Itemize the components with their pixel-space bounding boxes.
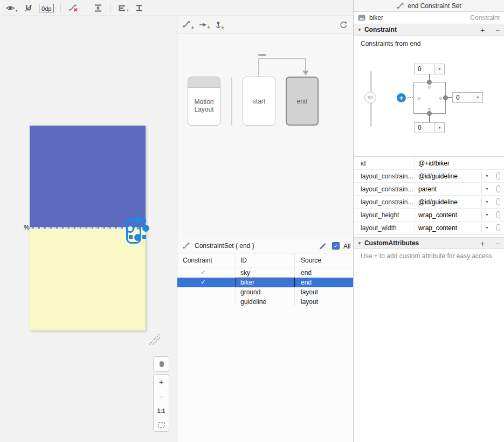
custom-attributes-hint: Use + to add custom attribute for easy a…	[361, 252, 492, 260]
flag-icon[interactable]	[496, 198, 500, 205]
guidelines-button[interactable]	[134, 3, 144, 13]
pencil-icon	[319, 242, 327, 250]
toolbar-separator	[60, 3, 61, 13]
add-start-constraint-button[interactable]: +	[397, 93, 406, 102]
remove-custom-attribute-button[interactable]: −	[495, 239, 500, 248]
attributes-panel-title: end Constraint Set	[408, 2, 461, 10]
dropdown-arrow-icon[interactable]: ▼	[485, 213, 489, 217]
property-row-layout-width[interactable]: layout_width wrap_content ▼	[354, 222, 504, 234]
view-options-button[interactable]: ▾	[4, 3, 18, 13]
selected-component-row[interactable]: biker Constraint	[354, 12, 504, 24]
properties-table: id @+id/biker layout_constrain... @id/gu…	[354, 156, 504, 234]
top-margin-combo[interactable]: 0 ▼	[414, 64, 445, 74]
pan-button[interactable]	[153, 356, 169, 372]
flag-icon[interactable]	[496, 185, 500, 192]
dropdown-arrow-icon[interactable]: ▼	[434, 123, 444, 133]
dropdown-arrow-icon[interactable]: ▼	[434, 64, 444, 74]
zoom-fit-button[interactable]	[158, 422, 165, 428]
property-value[interactable]: wrap_content	[418, 211, 457, 219]
property-value[interactable]: @id/guideline	[418, 172, 458, 180]
clear-constraints-button[interactable]	[67, 2, 79, 13]
property-name: id	[361, 160, 365, 167]
remove-constraint-button[interactable]: −	[495, 26, 500, 34]
top-anchor[interactable]	[427, 80, 432, 85]
flag-icon[interactable]	[496, 211, 500, 218]
align-button[interactable]: ▾	[117, 3, 129, 13]
end-margin-value[interactable]: 0	[453, 93, 473, 102]
top-constraint-anchor[interactable]	[134, 216, 141, 223]
create-click-handler-button[interactable]: +	[199, 22, 208, 28]
resize-handle-bottom-left[interactable]	[129, 235, 133, 239]
property-value[interactable]: @+id/biker	[418, 160, 450, 167]
flag-icon[interactable]	[496, 224, 500, 231]
autoconnect-toggle-button[interactable]	[23, 3, 34, 13]
create-transition-button[interactable]: +	[182, 20, 191, 29]
default-margins-button[interactable]: 0dp	[39, 4, 54, 12]
zoom-out-button[interactable]: −	[159, 393, 163, 400]
select-all-checkbox[interactable]: ✓	[332, 242, 340, 250]
bottom-anchor[interactable]	[427, 111, 432, 116]
chevron-down-icon: ▾	[16, 9, 17, 12]
flag-icon[interactable]	[496, 172, 500, 179]
table-row-ground[interactable]: ground layout	[177, 287, 353, 297]
cycle-layout-button[interactable]	[339, 20, 348, 29]
add-custom-attribute-button[interactable]: +	[480, 239, 485, 248]
property-row-constraint-top[interactable]: layout_constrain... @id/guideline ▼	[354, 170, 504, 183]
property-name: layout_height	[361, 211, 399, 219]
dropdown-arrow-icon[interactable]: ▼	[485, 200, 489, 204]
ground-view[interactable]	[30, 228, 146, 330]
bottom-margin-value[interactable]: 0	[415, 123, 434, 133]
custom-attributes-title: CustomAttributes	[364, 239, 419, 247]
bottom-margin-combo[interactable]: 0 ▼	[414, 122, 445, 133]
table-row-guideline[interactable]: guideline layout	[177, 297, 353, 307]
end-constraint-anchor[interactable]	[142, 225, 149, 232]
zoom-actual-button[interactable]: 1:1	[157, 408, 165, 415]
property-value[interactable]: parent	[418, 185, 437, 193]
motion-layout-card[interactable]: Motion Layout	[188, 77, 220, 126]
biker-widget-selected[interactable]: ×	[126, 216, 150, 243]
top-margin-value[interactable]: 0	[415, 64, 434, 74]
pack-button[interactable]	[93, 3, 103, 13]
dropdown-arrow-icon[interactable]: ▼	[485, 174, 489, 178]
end-anchor[interactable]	[443, 95, 448, 100]
property-name: layout_constrain...	[361, 172, 413, 180]
resize-handle-top-right[interactable]	[142, 219, 146, 223]
bottom-constraint-anchor[interactable]	[134, 234, 141, 241]
canvas-resize-handle[interactable]	[148, 332, 162, 346]
design-toolbar: ▾ 0dp	[0, 0, 353, 16]
custom-attributes-section-header[interactable]: ▼ CustomAttributes + −	[354, 237, 504, 249]
eye-icon	[5, 4, 15, 12]
end-constraint-set-card[interactable]: end	[286, 77, 319, 126]
table-row-biker-selected[interactable]: ✓ biker end	[177, 278, 353, 287]
dropdown-arrow-icon[interactable]: ▼	[485, 226, 489, 230]
zoom-in-button[interactable]: +	[159, 378, 163, 386]
row-id: sky	[240, 269, 250, 277]
property-row-constraint-end[interactable]: layout_constrain... parent ▼	[354, 183, 504, 196]
start-constraint-anchor[interactable]	[126, 225, 134, 233]
end-margin-combo[interactable]: 0 ▼	[452, 92, 483, 103]
dropdown-arrow-icon[interactable]: ▼	[473, 93, 482, 102]
table-row-sky[interactable]: ✓ sky end	[177, 268, 353, 278]
expander-icon[interactable]: ▼	[357, 241, 362, 246]
constraint-section-header[interactable]: ▼ Constraint + −	[354, 24, 504, 36]
resize-handle-top-left[interactable]	[129, 219, 133, 223]
add-constraint-button[interactable]: +	[480, 26, 485, 34]
property-row-constraint-bottom[interactable]: layout_constrain... @id/guideline ▼	[354, 196, 504, 209]
vertical-bias-value[interactable]: 50	[364, 92, 376, 103]
constrained-check-icon: ✓	[197, 268, 210, 276]
sky-view[interactable]	[30, 126, 146, 228]
zoom-controls: + − 1:1	[153, 374, 169, 432]
property-value[interactable]: @id/guideline	[418, 198, 458, 206]
resize-handle-bottom-right[interactable]	[142, 235, 146, 239]
constraints-from-label: Constraints from end	[361, 40, 420, 47]
edit-button[interactable]	[319, 242, 327, 250]
property-row-layout-height[interactable]: layout_height wrap_content ▼	[354, 209, 504, 222]
property-row-id[interactable]: id @+id/biker	[354, 157, 504, 170]
dropdown-arrow-icon[interactable]: ▼	[485, 187, 489, 191]
property-value[interactable]: wrap_content	[418, 224, 457, 232]
transition-arrow[interactable]	[246, 51, 316, 78]
row-id: guideline	[240, 298, 266, 306]
create-swipe-handler-button[interactable]: +	[215, 21, 222, 29]
expander-icon[interactable]: ▼	[357, 27, 362, 32]
start-constraint-set-card[interactable]: start	[243, 77, 275, 126]
